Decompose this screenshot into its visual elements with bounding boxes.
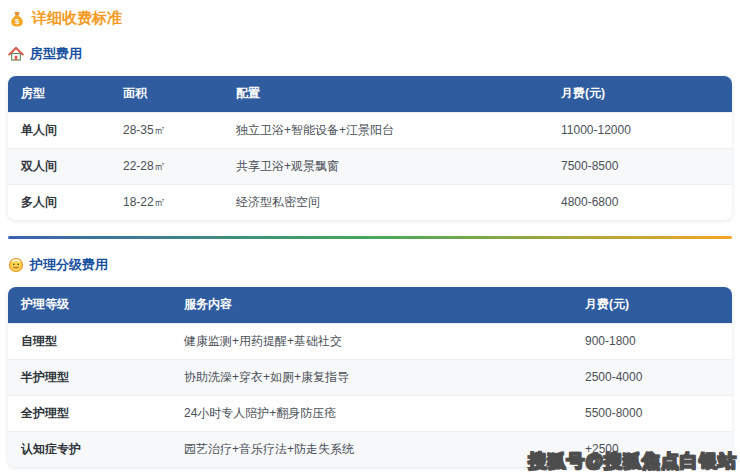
row-value-cell: 18-22㎡ — [123, 184, 236, 220]
table-header-row: 护理等级服务内容月费(元) — [8, 287, 732, 323]
column-header: 配置 — [236, 76, 561, 112]
row-value-cell: 4800-6800 — [561, 184, 732, 220]
table-row: 认知症专护园艺治疗+音乐疗法+防走失系统+2500 — [8, 431, 732, 467]
row-value-cell: 独立卫浴+智能设备+江景阳台 — [236, 112, 561, 148]
sections: 房型费用 房型面积配置月费(元) 单人间28-35㎡独立卫浴+智能设备+江景阳台… — [8, 45, 732, 467]
fee-table: 护理等级服务内容月费(元) 自理型健康监测+用药提醒+基础社交900-1800半… — [8, 287, 732, 467]
row-value-cell: 健康监测+用药提醒+基础社交 — [184, 323, 585, 359]
page-title-label: 详细收费标准 — [32, 9, 122, 28]
section-heading: 房型费用 — [8, 45, 732, 63]
row-value-cell: +2500 — [585, 431, 732, 467]
section-heading-label: 房型费用 — [30, 45, 82, 63]
row-value-cell: 11000-12000 — [561, 112, 732, 148]
column-header: 房型 — [8, 76, 123, 112]
table-row: 自理型健康监测+用药提醒+基础社交900-1800 — [8, 323, 732, 359]
house-icon — [8, 46, 24, 62]
row-label-cell: 全护理型 — [8, 395, 184, 431]
table-row: 双人间22-28㎡共享卫浴+观景飘窗7500-8500 — [8, 148, 732, 184]
nurse-icon — [8, 257, 24, 273]
table-row: 单人间28-35㎡独立卫浴+智能设备+江景阳台11000-12000 — [8, 112, 732, 148]
section-heading-label: 护理分级费用 — [30, 256, 108, 274]
svg-text:$: $ — [15, 17, 20, 26]
column-header: 月费(元) — [585, 287, 732, 323]
fee-table: 房型面积配置月费(元) 单人间28-35㎡独立卫浴+智能设备+江景阳台11000… — [8, 76, 732, 220]
table-row: 多人间18-22㎡经济型私密空间4800-6800 — [8, 184, 732, 220]
money-bag-icon: $ — [8, 10, 26, 28]
column-header: 服务内容 — [184, 287, 585, 323]
row-value-cell: 28-35㎡ — [123, 112, 236, 148]
row-value-cell: 经济型私密空间 — [236, 184, 561, 220]
page: $ 详细收费标准 房型费用 房型面积配置月费(元) 单人间28-35㎡独立卫浴+… — [0, 9, 740, 467]
section-heading: 护理分级费用 — [8, 256, 732, 274]
row-value-cell: 900-1800 — [585, 323, 732, 359]
row-value-cell: 7500-8500 — [561, 148, 732, 184]
nurse-icon — [8, 257, 24, 273]
house-icon — [8, 46, 24, 62]
section-block: 护理分级费用 护理等级服务内容月费(元) 自理型健康监测+用药提醒+基础社交90… — [8, 256, 732, 467]
row-label-cell: 自理型 — [8, 323, 184, 359]
page-title: $ 详细收费标准 — [8, 9, 732, 28]
row-value-cell: 5500-8000 — [585, 395, 732, 431]
row-value-cell: 协助洗澡+穿衣+如厕+康复指导 — [184, 359, 585, 395]
row-label-cell: 半护理型 — [8, 359, 184, 395]
gradient-divider — [8, 236, 732, 239]
table-row: 半护理型协助洗澡+穿衣+如厕+康复指导2500-4000 — [8, 359, 732, 395]
column-header: 护理等级 — [8, 287, 184, 323]
row-label-cell: 双人间 — [8, 148, 123, 184]
column-header: 月费(元) — [561, 76, 732, 112]
row-value-cell: 22-28㎡ — [123, 148, 236, 184]
row-value-cell: 2500-4000 — [585, 359, 732, 395]
row-label-cell: 单人间 — [8, 112, 123, 148]
row-label-cell: 多人间 — [8, 184, 123, 220]
section-block: 房型费用 房型面积配置月费(元) 单人间28-35㎡独立卫浴+智能设备+江景阳台… — [8, 45, 732, 220]
column-header: 面积 — [123, 76, 236, 112]
table-row: 全护理型24小时专人陪护+翻身防压疮5500-8000 — [8, 395, 732, 431]
row-label-cell: 认知症专护 — [8, 431, 184, 467]
table-header-row: 房型面积配置月费(元) — [8, 76, 732, 112]
row-value-cell: 园艺治疗+音乐疗法+防走失系统 — [184, 431, 585, 467]
row-value-cell: 共享卫浴+观景飘窗 — [236, 148, 561, 184]
row-value-cell: 24小时专人陪护+翻身防压疮 — [184, 395, 585, 431]
money-bag-icon: $ — [8, 10, 26, 28]
